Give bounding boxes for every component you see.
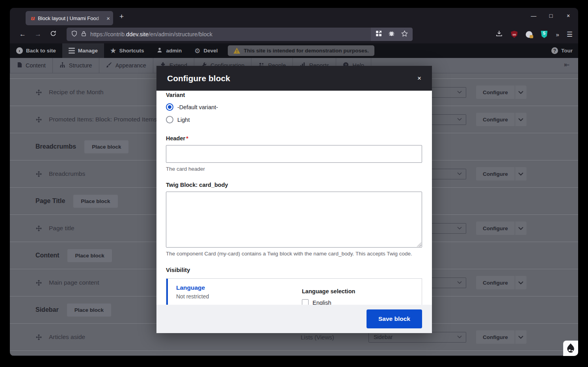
menu-hamburger-icon[interactable]: ☰ [567, 30, 573, 39]
required-asterisk: * [186, 135, 188, 142]
warning-triangle-icon: ! [233, 48, 240, 54]
bookmark-star-icon[interactable] [401, 30, 408, 38]
privacy-globe-icon[interactable] [526, 31, 532, 38]
configure-dropdown-icon[interactable] [515, 222, 527, 235]
manage-bars-icon [69, 48, 75, 54]
dialog-header: Configure block × [156, 66, 432, 91]
druplicon-badge[interactable] [563, 341, 578, 356]
containers-grid-icon[interactable] [376, 30, 382, 38]
question-circle-icon: ? [551, 47, 558, 54]
configure-button[interactable]: Configure [476, 167, 515, 181]
place-block-button[interactable]: Place block [84, 140, 128, 153]
user-icon [156, 47, 163, 54]
twig-block-description: The component Card (my-card) contains a … [166, 251, 422, 257]
variant-option-default[interactable]: -Default variant- [166, 103, 422, 111]
visibility-label: Visibility [166, 266, 422, 273]
shield-icon[interactable] [71, 30, 77, 38]
tour-button[interactable]: ? Tour [551, 47, 573, 54]
url-bar[interactable]: https://contrib.ddev.site/en/admin/struc… [67, 28, 413, 41]
block-category-label: Lists (Views) [301, 334, 334, 341]
configure-dropdown-icon[interactable] [515, 86, 527, 99]
dialog-close-icon[interactable]: × [417, 75, 421, 82]
radio-unselected-icon[interactable] [166, 116, 173, 123]
admin-user-tab[interactable]: admin [150, 43, 188, 58]
drag-handle-icon[interactable] [35, 89, 43, 96]
window-maximize-button[interactable]: □ [548, 13, 554, 19]
save-block-button[interactable]: Save block [367, 309, 422, 328]
drag-handle-icon[interactable] [35, 279, 43, 287]
resize-grip-icon[interactable] [417, 242, 421, 247]
tab-title: Block layout | Umami Food [38, 15, 105, 21]
visibility-tab-list: Language Not restricted [166, 279, 301, 305]
drag-handle-icon[interactable] [35, 225, 43, 232]
region-select[interactable]: Sidebar [368, 332, 466, 343]
tab-structure[interactable]: Structure [53, 58, 99, 73]
configure-block-dialog: Configure block × Variant -Default varia… [156, 66, 432, 333]
lock-icon[interactable] [81, 31, 86, 38]
configure-button[interactable]: Configure [476, 330, 515, 344]
manage-tab[interactable]: Manage [62, 43, 104, 58]
twig-block-label: Twig Block: card_body [166, 182, 422, 188]
dialog-footer: Save block [156, 305, 432, 333]
gear-icon: ⚙ [194, 47, 200, 55]
checkbox-icon[interactable] [302, 299, 309, 305]
debugger-bug-icon[interactable] [388, 30, 395, 38]
dialog-title: Configure block [167, 74, 417, 83]
configure-button[interactable]: Configure [476, 86, 515, 99]
window-close-button[interactable]: × [566, 13, 571, 19]
back-button[interactable]: ← [19, 30, 26, 38]
language-option-english[interactable]: English [302, 299, 355, 305]
demo-warning-banner: ! This site is intended for demonstratio… [228, 45, 374, 56]
configure-dropdown-icon[interactable] [515, 276, 527, 289]
variant-option-light[interactable]: Light [166, 116, 422, 123]
browser-window: u Block layout | Umami Food × + — □ × ← … [10, 8, 578, 356]
back-circle-icon: ‹ [16, 47, 23, 54]
visibility-tab-language[interactable]: Language Not restricted [166, 279, 301, 305]
header-field-description: The card header [166, 166, 422, 172]
browser-tab[interactable]: u Block layout | Umami Food × [26, 11, 113, 25]
druplicon-icon [565, 343, 576, 354]
variant-label: Variant [166, 92, 422, 98]
toolbar-orientation-toggle[interactable]: ⇤ [564, 61, 569, 69]
visibility-vertical-tabs: Language Not restricted Language selecti… [166, 278, 422, 305]
configure-dropdown-icon[interactable] [515, 330, 527, 344]
devel-tab[interactable]: ⚙ Devel [188, 43, 224, 58]
configure-button[interactable]: Configure [476, 222, 515, 235]
tab-content[interactable]: Content [10, 58, 53, 73]
configure-dropdown-icon[interactable] [515, 113, 527, 126]
configure-button[interactable]: Configure [476, 113, 515, 126]
place-block-button[interactable]: Place block [67, 304, 111, 317]
configure-button[interactable]: Configure [476, 276, 515, 289]
new-tab-button[interactable]: + [119, 13, 124, 20]
reload-button[interactable] [50, 30, 56, 39]
forward-button[interactable]: → [35, 30, 41, 38]
downloads-icon[interactable] [496, 30, 502, 38]
place-block-button[interactable]: Place block [67, 249, 112, 262]
drag-handle-icon[interactable] [35, 170, 43, 178]
language-selection-label: Language selection [302, 288, 355, 294]
tab-appearance[interactable]: Appearance [99, 58, 153, 73]
overflow-chevrons-icon[interactable]: » [556, 31, 558, 38]
header-field-input[interactable] [166, 145, 422, 163]
back-to-site-link[interactable]: ‹ Back to site [10, 43, 62, 58]
tab-close-icon[interactable]: × [106, 15, 110, 22]
html5-extension-icon[interactable]: 5 [541, 31, 547, 38]
language-visibility-panel: Language selection English [301, 279, 355, 305]
browser-titlebar: u Block layout | Umami Food × + — □ × [10, 8, 578, 25]
window-minimize-button[interactable]: — [531, 13, 536, 19]
twig-block-textarea[interactable] [166, 192, 422, 248]
umami-favicon-icon: u [30, 15, 35, 22]
place-block-button[interactable]: Place block [73, 195, 117, 208]
drag-handle-icon[interactable] [35, 116, 43, 123]
url-text: https://contrib.ddev.site/en/admin/struc… [90, 31, 371, 37]
radio-selected-icon[interactable] [166, 103, 173, 111]
admin-toolbar: ‹ Back to site Manage ★ Shortcuts admin … [10, 43, 578, 58]
shortcuts-tab[interactable]: ★ Shortcuts [104, 43, 150, 58]
drag-handle-icon[interactable] [35, 333, 43, 341]
paintbrush-icon [106, 62, 112, 69]
configure-dropdown-icon[interactable] [515, 167, 527, 181]
sitemap-icon [60, 62, 65, 69]
ublock-extension-icon[interactable]: uo [511, 31, 517, 38]
shortcuts-star-icon: ★ [110, 47, 116, 54]
document-icon [17, 62, 22, 69]
